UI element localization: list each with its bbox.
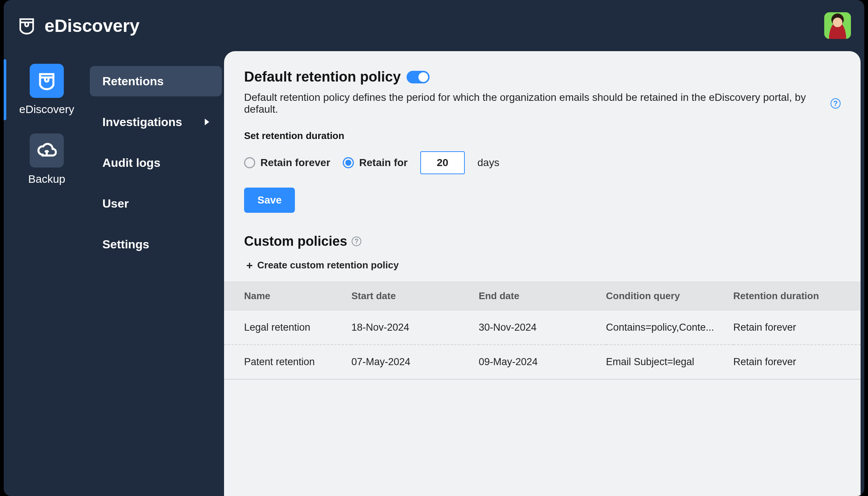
secnav-label: Retentions bbox=[102, 75, 164, 88]
secnav-investigations[interactable]: Investigations bbox=[90, 107, 222, 137]
user-avatar[interactable] bbox=[824, 12, 851, 39]
help-icon[interactable]: ? bbox=[352, 237, 361, 246]
cell-end: 30-Nov-2024 bbox=[479, 311, 606, 345]
custom-policies-table: Name Start date End date Condition query… bbox=[224, 281, 861, 380]
radio-retain-forever[interactable]: Retain forever bbox=[244, 157, 330, 169]
plus-icon: + bbox=[246, 260, 253, 271]
secnav-label: Audit logs bbox=[102, 156, 160, 170]
radio-label: Retain for bbox=[359, 157, 408, 169]
table-header-row: Name Start date End date Condition query… bbox=[224, 281, 861, 311]
cell-retention: Retain forever bbox=[733, 345, 861, 379]
secnav-label: Settings bbox=[102, 238, 149, 251]
section-nav: Retentions Investigations Audit logs Use… bbox=[90, 66, 222, 259]
create-custom-policy-button[interactable]: + Create custom retention policy bbox=[246, 259, 841, 271]
cell-retention: Retain forever bbox=[733, 311, 861, 345]
custom-policies-title: Custom policies bbox=[244, 234, 347, 249]
save-button[interactable]: Save bbox=[244, 188, 295, 213]
duration-section-label: Set retention duration bbox=[244, 130, 841, 142]
help-icon[interactable]: ? bbox=[831, 98, 841, 109]
app-rail: eDiscovery Backup bbox=[4, 55, 90, 194]
policy-description: Default retention policy defines the per… bbox=[244, 92, 827, 115]
secnav-user[interactable]: User bbox=[90, 188, 222, 219]
col-end: End date bbox=[479, 281, 606, 311]
secnav-retentions[interactable]: Retentions bbox=[90, 66, 222, 96]
secnav-label: User bbox=[102, 197, 129, 211]
ediscovery-icon bbox=[30, 64, 64, 98]
col-start: Start date bbox=[351, 281, 479, 311]
page-title: Default retention policy bbox=[244, 69, 401, 85]
unit-label: days bbox=[477, 157, 499, 169]
secnav-settings[interactable]: Settings bbox=[90, 229, 222, 259]
cell-name: Patent retention bbox=[224, 345, 351, 379]
cell-condition: Contains=policy,Conte... bbox=[606, 311, 733, 345]
backup-icon bbox=[30, 133, 64, 168]
cell-end: 09-May-2024 bbox=[479, 345, 606, 379]
cell-start: 07-May-2024 bbox=[351, 345, 479, 379]
rail-item-backup[interactable]: Backup bbox=[4, 125, 90, 194]
cell-name: Legal retention bbox=[224, 311, 351, 345]
radio-icon bbox=[244, 157, 255, 168]
main-panel: Default retention policy Default retenti… bbox=[224, 51, 861, 496]
table-row[interactable]: Legal retention 18-Nov-2024 30-Nov-2024 … bbox=[224, 311, 861, 345]
secnav-label: Investigations bbox=[102, 115, 182, 129]
retain-days-input[interactable] bbox=[420, 151, 465, 174]
rail-label-backup: Backup bbox=[28, 173, 65, 185]
cell-start: 18-Nov-2024 bbox=[351, 311, 479, 345]
radio-retain-for[interactable]: Retain for bbox=[343, 157, 408, 169]
col-name: Name bbox=[224, 281, 351, 311]
rail-label-ediscovery: eDiscovery bbox=[19, 103, 74, 116]
create-label: Create custom retention policy bbox=[257, 259, 399, 271]
radio-icon bbox=[343, 157, 354, 168]
chevron-right-icon bbox=[205, 119, 209, 125]
cell-condition: Email Subject=legal bbox=[606, 345, 733, 379]
rail-item-ediscovery[interactable]: eDiscovery bbox=[4, 55, 90, 125]
col-condition: Condition query bbox=[606, 281, 733, 311]
app-title: eDiscovery bbox=[45, 16, 139, 36]
col-retention: Retention duration bbox=[733, 281, 861, 311]
policy-toggle[interactable] bbox=[407, 71, 430, 83]
table-row[interactable]: Patent retention 07-May-2024 09-May-2024… bbox=[224, 345, 861, 379]
app-logo: eDiscovery bbox=[17, 16, 139, 36]
radio-label: Retain forever bbox=[260, 157, 330, 169]
app-header: eDiscovery bbox=[4, 0, 864, 51]
secnav-audit-logs[interactable]: Audit logs bbox=[90, 148, 222, 178]
ediscovery-logo-icon bbox=[17, 16, 36, 35]
